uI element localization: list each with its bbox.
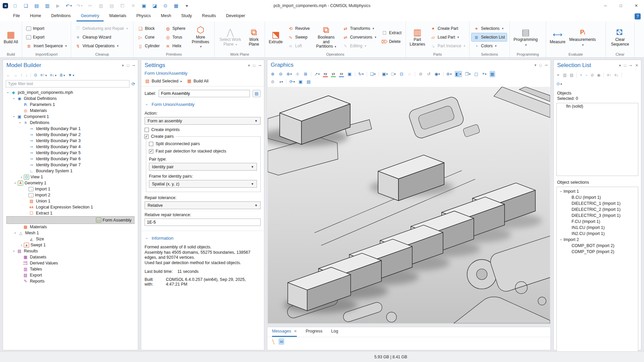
conversions-button[interactable]: ⇌Conversions▾ <box>340 33 378 42</box>
loft-button[interactable]: ≋Loft <box>285 42 312 50</box>
copy-icon[interactable]: ▥ <box>97 2 105 9</box>
insert-sequence-button[interactable]: ≣Insert Sequence▾ <box>24 42 69 50</box>
tab-home[interactable]: Home <box>25 12 45 21</box>
collapse-all-icon[interactable]: ≡↑▾ <box>40 73 47 77</box>
select-boundaries-icon[interactable]: □▾ <box>391 71 396 77</box>
duplicate-icon[interactable]: ⧠ <box>119 2 126 9</box>
tree-item-identity-pair-6[interactable]: ◖◗Identity Boundary Pair 6 <box>3 156 138 162</box>
move-down-icon[interactable]: ≡↓ <box>614 73 619 77</box>
back-icon[interactable]: ← <box>6 73 10 77</box>
create-pairs-checkbox[interactable]: ✓Create pairs <box>144 134 174 139</box>
tree-item-definitions[interactable]: ›≡Definitions <box>3 120 138 126</box>
expand-all-icon[interactable]: ≡↓▾ <box>50 73 57 77</box>
build-all-button[interactable]: ▦Build All <box>2 22 20 52</box>
revolve-button[interactable]: ⟲Revolve <box>285 24 312 33</box>
repair-tolerance-select[interactable]: Relative▼ <box>145 201 261 209</box>
section-information[interactable]: ›Information <box>141 231 264 241</box>
tab-materials[interactable]: Materials <box>105 12 131 21</box>
help-button[interactable]: ? <box>635 13 641 19</box>
wireframe-icon[interactable]: ▢ <box>474 71 479 77</box>
create-part-button[interactable]: ✦Create Part <box>428 24 468 33</box>
float-panel-icon[interactable]: □ <box>253 63 255 68</box>
tree-item-component[interactable]: ›▣Component 1 <box>3 114 138 120</box>
delete-button[interactable]: ⌦Delete <box>379 37 404 46</box>
chevron-icon[interactable]: › <box>12 114 16 119</box>
booleans-partitions-button[interactable]: ⧉Booleans and Partitions ▾ <box>313 22 339 52</box>
build-all-settings-button[interactable]: ▦Build All <box>186 78 208 83</box>
copy-icon[interactable]: ▥ <box>563 73 567 77</box>
selection-item[interactable]: DIELECTRIC_1 (Import 1) <box>557 200 638 206</box>
chevron-icon[interactable]: › <box>12 96 16 101</box>
search-icon[interactable]: ⊙ <box>162 2 169 9</box>
customize-toolbar-icon[interactable]: ▾ <box>183 2 191 9</box>
hide-selected-icon[interactable]: ⊘ <box>418 71 423 77</box>
selection-item[interactable]: F.CU (Import 1) <box>557 219 638 225</box>
pin-panel-icon[interactable]: ⊸ <box>629 63 632 68</box>
show-message-dialog-icon[interactable]: ✉ <box>279 339 284 345</box>
redo-icon[interactable]: ↷▾ <box>76 2 83 9</box>
selection-item[interactable]: COMP_TOP (Import 2) <box>557 249 638 255</box>
snapshot-icon[interactable]: ▣ <box>298 79 303 85</box>
section-form-union-assembly[interactable]: ›Form Union/Assembly <box>141 97 264 108</box>
tab-file[interactable]: File <box>9 12 24 21</box>
select-all-icon[interactable]: ▣ <box>140 2 148 9</box>
create-selection-icon[interactable]: ⚭ <box>556 73 560 77</box>
objects-listbox[interactable]: fin (solid) <box>556 103 638 176</box>
reset-hiding-icon[interactable]: ↺ <box>426 71 431 77</box>
selection-item[interactable]: IN1.CU (Import 1) <box>557 225 638 231</box>
tree-item-logical-expression-selection[interactable]: &&Logical Expression Selection 1 <box>3 204 138 210</box>
pair-type-select[interactable]: Identity pair▼ <box>149 163 257 171</box>
split-disconnected-checkbox[interactable]: Split disconnected pairs <box>146 139 260 146</box>
chevron-icon[interactable]: › <box>18 120 22 125</box>
scene-light-icon[interactable]: ◧▾ <box>455 71 462 77</box>
programming-button[interactable]: ▤Programming▾ <box>512 22 540 52</box>
selection-group-import-1[interactable]: ›Import 1 <box>557 188 638 194</box>
sphere-button[interactable]: ◍Sphere <box>163 24 188 33</box>
camera-icon[interactable]: ▣ <box>347 71 352 77</box>
tree-item-materials-component[interactable]: ▦Materials <box>3 224 138 230</box>
tree-item-export[interactable]: ▧Export <box>3 272 138 278</box>
lasso-select-icon[interactable]: ◌ <box>407 71 412 77</box>
tree-item-size[interactable]: ◭Size <box>3 236 138 242</box>
tab-messages[interactable]: Messages✕ <box>272 329 297 337</box>
helix-button[interactable]: ≋Helix <box>163 42 188 50</box>
show-hidden-icon[interactable]: ◉▾ <box>434 71 440 77</box>
save-as-icon[interactable]: ▥ <box>44 2 51 9</box>
print-icon[interactable]: ▤ <box>306 79 311 85</box>
chevron-icon[interactable]: › <box>19 175 24 179</box>
tree-item-identity-pair-5[interactable]: ◖◗Identity Boundary Pair 5 <box>3 150 138 156</box>
tree-item-identity-pair-3[interactable]: ◖◗Identity Boundary Pair 3 <box>3 138 138 144</box>
panel-menu-icon[interactable]: ▾ <box>122 63 124 68</box>
selection-item[interactable]: B.CU (Import 1) <box>557 194 638 200</box>
chevron-icon[interactable]: › <box>12 249 16 253</box>
close-tab-icon[interactable]: ✕ <box>294 329 297 334</box>
tree-item-derived-values[interactable]: 8.85e-12Derived Values <box>3 260 138 266</box>
extrude-button[interactable]: ⬔Extrude <box>267 22 285 52</box>
tree-item-identity-pair-2[interactable]: ◖◗Identity Boundary Pair 2 <box>3 132 138 138</box>
tree-item-materials-global[interactable]: ◎Materials <box>3 108 138 114</box>
remove-hidden-icon[interactable]: ⊘ <box>270 79 275 85</box>
object-item[interactable]: fin (solid) <box>557 103 638 109</box>
move-down-icon[interactable]: ↓ <box>25 73 28 77</box>
tree-item-root[interactable]: ›◆pcb_import_components.mph <box>3 89 138 96</box>
zoom-in-icon[interactable]: ⊕ <box>270 71 275 77</box>
remove-icon[interactable]: − <box>585 73 588 77</box>
tree-item-identity-pair-4[interactable]: ◖◗Identity Boundary Pair 4 <box>3 144 138 150</box>
tab-log[interactable]: Log <box>331 329 338 337</box>
open-file-icon[interactable]: ❏ <box>22 2 30 9</box>
tree-filter-input[interactable] <box>6 80 129 87</box>
load-part-button[interactable]: ▱Load Part▾ <box>428 33 468 42</box>
pin-panel-icon[interactable]: ⊸ <box>258 63 261 68</box>
update-plot-icon[interactable]: ⟳▾ <box>289 79 295 85</box>
tree-item-datasets[interactable]: ▦Datasets <box>3 254 138 260</box>
forward-icon[interactable]: → <box>13 73 17 77</box>
select-domains-icon[interactable]: ▣▾ <box>382 71 388 77</box>
minimize-button[interactable]: ─ <box>598 0 613 11</box>
tree-item-boundary-system[interactable]: ∟Boundary System 1 <box>3 168 138 174</box>
new-file-icon[interactable]: □ <box>11 2 19 9</box>
tree-item-geometry[interactable]: ›AGeometry 1 <box>3 180 138 186</box>
zoom-to-window-icon[interactable]: ⊞ <box>303 71 308 77</box>
model-tree-options-icon[interactable]: ≣▾ <box>59 73 65 77</box>
filter-icon[interactable]: ▼▾ <box>68 73 74 77</box>
panel-menu-icon[interactable]: ▾ <box>535 63 537 67</box>
